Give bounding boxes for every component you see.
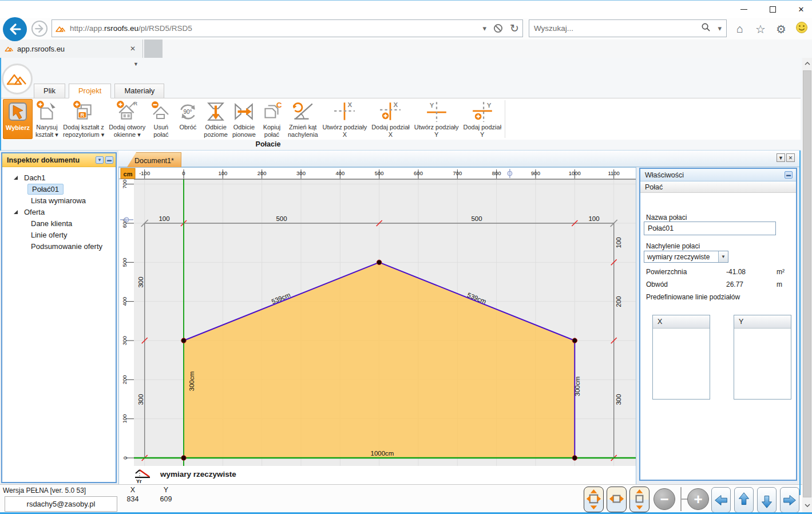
document-list-dropdown-button[interactable]: ▼: [777, 153, 785, 162]
window-close-button[interactable]: ✕: [795, 4, 807, 14]
search-dropdown-icon[interactable]: ▾: [718, 24, 722, 33]
rsd5-app: ▼ Plik Projekt Materiały Wybierz: [0, 58, 812, 514]
flip-vertical-axis-button[interactable]: Odbicie pionowe: [231, 99, 258, 139]
draw-shape-button[interactable]: Narysuj kształt ▾: [34, 99, 60, 139]
document-tab[interactable]: Document1*: [127, 152, 181, 167]
drawing-canvas[interactable]: 100 500 500 100 300 300 100 200 300 539c…: [118, 167, 636, 485]
account-box[interactable]: rsdachy5@zasoby.pl: [5, 496, 117, 512]
search-box[interactable]: Wyszukaj... ▾: [529, 19, 727, 37]
back-button[interactable]: [3, 17, 27, 41]
zoom-fit-height-button[interactable]: [629, 487, 649, 512]
zoom-out-button[interactable]: −: [653, 488, 675, 510]
cursor-y-readout: Y609: [155, 486, 177, 503]
tab-projekt[interactable]: Projekt: [69, 84, 111, 98]
smiley-feedback-icon[interactable]: [795, 21, 809, 37]
tree-item-linie-oferty[interactable]: Linie oferty: [2, 229, 116, 240]
select-tool-button[interactable]: Wybierz: [3, 99, 33, 139]
pan-left-button[interactable]: [711, 487, 731, 513]
ie-window: ✕ http://app.rsroofs.eu/pl/RSD5/RSD5 ▾ ↻…: [0, 0, 812, 514]
slope-mode-dropdown[interactable]: wymiary rzeczywiste ▼: [644, 251, 728, 263]
copy-roof-plane-button[interactable]: C Kopiuj połać: [259, 99, 285, 139]
expander-icon[interactable]: [14, 210, 18, 214]
ribbon-collapse-icon[interactable]: ▼: [133, 61, 138, 67]
create-divisions-x-button[interactable]: X Utwórz podziały X: [321, 99, 369, 139]
zoom-fit-button[interactable]: [584, 487, 604, 512]
perimeter-unit: m: [777, 280, 782, 288]
forward-button[interactable]: [31, 21, 47, 37]
inspector-menu-button[interactable]: ▼: [96, 156, 104, 164]
properties-panel: Właściwości ▬ Połać Nazwa połaci Połać01…: [639, 168, 797, 481]
tree-item-oferta[interactable]: Oferta: [2, 206, 116, 218]
pan-right-button[interactable]: [780, 487, 799, 513]
add-window-openings-button[interactable]: R Dodaj otwory okienne ▾: [107, 99, 147, 139]
svg-text:900: 900: [531, 170, 540, 176]
perimeter-label: Obwód: [646, 280, 668, 288]
svg-text:90°: 90°: [184, 109, 192, 115]
scroll-down-icon[interactable]: [802, 500, 812, 511]
scroll-up-icon[interactable]: [802, 58, 812, 69]
tab-close-icon[interactable]: ✕: [128, 45, 138, 53]
svg-text:100: 100: [122, 414, 128, 424]
settings-gear-icon[interactable]: ⚙: [774, 22, 788, 36]
ribbon: ▼ Plik Projekt Materiały Wybierz: [1, 58, 801, 151]
svg-text:300: 300: [296, 170, 306, 176]
refresh-icon[interactable]: ↻: [510, 22, 519, 35]
svg-text:300cm: 300cm: [574, 377, 581, 397]
address-dropdown-icon[interactable]: ▾: [483, 24, 487, 33]
x-divisions-list[interactable]: X: [652, 315, 710, 400]
canvas-drawing[interactable]: 100 500 500 100 300 300 100 200 300 539c…: [119, 168, 636, 466]
roof-name-input[interactable]: Połać01: [644, 222, 776, 235]
app-logo[interactable]: [2, 64, 33, 94]
tab-favicon-icon: [5, 45, 14, 52]
tree-item-podsumowanie-oferty[interactable]: Podsumowanie oferty: [2, 240, 116, 252]
home-icon[interactable]: ⌂: [733, 22, 747, 35]
tab-materialy[interactable]: Materiały: [114, 84, 164, 98]
delete-roof-plane-button[interactable]: Usuń połać: [148, 99, 173, 139]
svg-text:800: 800: [492, 170, 501, 176]
rotate-button[interactable]: 90° Obróć: [175, 99, 201, 139]
scrollbar-thumb[interactable]: [803, 70, 811, 497]
zoom-fit-width-button[interactable]: [607, 487, 627, 512]
stop-icon[interactable]: [493, 23, 503, 33]
document-close-button[interactable]: ✕: [786, 153, 795, 162]
svg-text:300: 300: [122, 336, 128, 345]
tree-item-dach1[interactable]: Dach1: [2, 172, 116, 183]
y-divisions-list[interactable]: Y: [734, 315, 791, 400]
change-slope-angle-button[interactable]: Zmień kąt nachylenia: [286, 99, 320, 139]
add-shape-from-repository-button[interactable]: R Dodaj kształt z repozytorium ▾: [61, 99, 106, 139]
add-division-x-button[interactable]: X Dodaj podział X: [370, 99, 411, 139]
add-division-y-button[interactable]: Y Dodaj podział Y: [461, 99, 503, 139]
browser-tab[interactable]: app.rsroofs.eu ✕: [0, 39, 143, 58]
flip-horizontal-axis-button[interactable]: Odbicie poziome: [202, 99, 229, 139]
pan-down-button[interactable]: [757, 487, 777, 513]
tree-item-polac01[interactable]: Połać01: [2, 183, 116, 195]
svg-text:300cm: 300cm: [188, 371, 195, 392]
properties-minimize-button[interactable]: ▬: [785, 171, 793, 179]
create-divisions-y-button[interactable]: Y Utwórz podziały Y: [413, 99, 461, 139]
roof-pitch-icon: Yr: [134, 467, 153, 487]
expander-icon[interactable]: [14, 176, 18, 180]
page-scrollbar[interactable]: [802, 58, 812, 514]
dropdown-arrow-icon[interactable]: ▼: [718, 251, 728, 262]
new-tab-button[interactable]: [144, 39, 163, 58]
tab-plik[interactable]: Plik: [34, 84, 65, 98]
pan-left-icon: [712, 488, 730, 513]
repository-shape-icon: R: [72, 100, 95, 123]
x-list-header: X: [653, 315, 710, 329]
tree-item-dane-klienta[interactable]: Dane klienta: [2, 218, 116, 229]
window-minimize-button[interactable]: [738, 4, 750, 14]
zoom-in-button[interactable]: +: [687, 488, 709, 510]
svg-text:200: 200: [615, 296, 622, 307]
favorites-star-icon[interactable]: ☆: [754, 22, 767, 36]
address-bar[interactable]: http://app.rsroofs.eu/pl/RSD5/RSD5 ▾ ↻: [52, 19, 523, 37]
pan-down-icon: [758, 488, 776, 513]
pan-up-button[interactable]: [734, 487, 754, 513]
browser-navbar: http://app.rsroofs.eu/pl/RSD5/RSD5 ▾ ↻ W…: [0, 18, 812, 39]
search-icon[interactable]: [701, 22, 711, 34]
window-maximize-button[interactable]: [766, 4, 779, 14]
inspector-minimize-button[interactable]: ▬: [105, 156, 113, 164]
tree-item-lista-wymiarowa[interactable]: Lista wymiarowa: [2, 195, 116, 206]
browser-tabbar: app.rsroofs.eu ✕: [0, 39, 812, 58]
site-favicon-icon: [56, 25, 66, 33]
slope-label: Nachylenie połaci: [646, 242, 700, 250]
